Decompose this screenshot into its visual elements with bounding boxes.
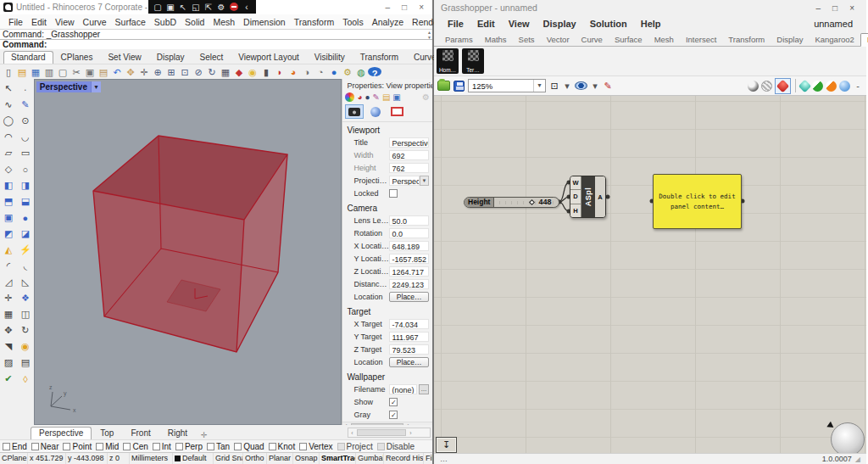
render-globe-icon[interactable]: ● [327, 65, 341, 79]
resize-grip-icon[interactable]: ◢ [855, 456, 860, 463]
toolbar-tab-set-view[interactable]: Set View [100, 51, 148, 64]
control-curve-icon[interactable]: ✎ [17, 97, 34, 113]
box-icon[interactable]: ▣ [0, 210, 17, 226]
point-icon[interactable]: ∙ [17, 81, 34, 97]
ball-blue-icon[interactable] [839, 81, 850, 92]
fillet-icon[interactable]: ◜ [0, 258, 17, 274]
gear-burst-icon[interactable]: ⚙ [217, 3, 225, 12]
menu-solid[interactable]: Solid [181, 17, 209, 27]
menu-file[interactable]: File [4, 17, 27, 27]
hide-icon[interactable]: ▨ [0, 355, 17, 371]
gh-menu-display[interactable]: Display [537, 19, 583, 29]
text-panel[interactable]: Double click to edit panel content… [653, 174, 742, 229]
prop-value-field[interactable]: 79.523 [389, 344, 429, 355]
cursor-capture-icon[interactable]: ⇱ [204, 3, 213, 12]
toolbar-tab-display[interactable]: Display [149, 51, 192, 64]
polygon-icon[interactable]: ◇ [0, 161, 17, 177]
preview-off-icon[interactable] [748, 81, 759, 92]
osnap-project[interactable]: Project [337, 442, 373, 451]
eye-caret-icon[interactable]: ▾ [590, 81, 600, 92]
prop-checkbox[interactable]: ✓ [389, 411, 398, 419]
print-icon[interactable]: ▥ [42, 65, 56, 79]
gh-component-button-ter[interactable]: Ter… [462, 48, 484, 74]
rotate-view-icon[interactable]: ↻ [205, 65, 219, 79]
maximize-button[interactable]: □ [402, 3, 407, 12]
preview-wireframe-icon[interactable] [761, 81, 772, 92]
open-file-icon[interactable]: ▤ [15, 65, 29, 79]
ellipse-icon[interactable]: ○ [17, 161, 34, 177]
osnap-tan[interactable]: Tan [207, 442, 230, 451]
zoom-level-combobox[interactable]: 125% ▼ [468, 79, 546, 92]
gh-tab-mesh[interactable]: Mesh [648, 34, 680, 46]
toolbar-tab-cplanes[interactable]: CPlanes [53, 51, 101, 64]
save-file-icon[interactable]: ▦ [29, 65, 42, 79]
gumball-icon[interactable]: ◉ [17, 338, 34, 355]
screen-capture-icon[interactable]: ▢ [153, 3, 162, 12]
osnap-knot[interactable]: Knot [269, 442, 296, 451]
maximize-button[interactable]: □ [832, 3, 837, 13]
gh-component-button-hom[interactable]: Hom… [437, 48, 459, 74]
split-icon[interactable]: ◺ [17, 274, 34, 290]
collapse-chevron-icon[interactable]: ‹ [242, 3, 251, 12]
pan-icon[interactable]: ✥ [124, 65, 137, 79]
gem-teal-icon[interactable] [798, 79, 812, 92]
slider-name[interactable]: Height [465, 198, 494, 207]
named-view-icon[interactable]: ◆ [232, 65, 246, 79]
osnap-checkbox[interactable] [153, 443, 160, 450]
viewport-tab-top[interactable]: Top [92, 427, 122, 439]
component-name-bar[interactable]: ASpl [581, 176, 595, 217]
command-input[interactable]: Command: [0, 39, 432, 49]
combo-caret-icon[interactable]: ▼ [533, 80, 545, 92]
prop-value-field[interactable]: 762 [389, 163, 429, 173]
viewport-tab-right[interactable]: Right [159, 427, 196, 439]
osnap-end[interactable]: End [3, 442, 27, 451]
canvas-compass-widget[interactable] [831, 422, 865, 453]
status-smarttrack[interactable]: SmartTrack [320, 453, 356, 464]
explode-icon[interactable]: ❖ [17, 290, 34, 306]
osnap-disable[interactable]: Disable [377, 442, 415, 451]
viewport-tabs-scrollbar[interactable]: ‹› [348, 428, 431, 438]
zoom-caret-icon[interactable]: ▾ [562, 81, 572, 92]
prop-value-field[interactable]: Perspective [389, 137, 429, 148]
panel-gear-icon[interactable]: ⚙ [422, 92, 430, 102]
surface-corner-icon[interactable]: ◧ [0, 177, 17, 193]
minimize-button[interactable]: – [386, 3, 391, 12]
menu-dimension[interactable]: Dimension [239, 17, 290, 27]
prop-value-field[interactable]: 1264.717 [389, 266, 429, 277]
extrude-icon[interactable]: ◩ [0, 226, 17, 242]
help-icon[interactable]: ? [368, 67, 381, 76]
gh-tab-vector[interactable]: Vector [541, 34, 576, 46]
scale-tool-icon[interactable]: ◥ [0, 338, 17, 355]
join-icon[interactable]: ✛ [0, 290, 17, 306]
status-z-0[interactable]: z 0 [108, 453, 130, 464]
gh-menu-solution[interactable]: Solution [583, 19, 634, 29]
new-file-icon[interactable]: ▯ [2, 65, 15, 79]
toolbar-tab-visibility[interactable]: Visibility [307, 51, 353, 64]
gem-green-icon[interactable] [812, 81, 823, 92]
object-properties-icon[interactable] [345, 92, 354, 102]
rectangle-icon[interactable]: ▭ [17, 145, 34, 161]
canvas-tray-button[interactable]: ↧ [436, 437, 457, 453]
status-ortho[interactable]: Ortho [243, 453, 267, 464]
zoom-dynamic-icon[interactable]: ⊕ [151, 65, 164, 79]
toolbar-tab-select[interactable]: Select [192, 51, 231, 64]
wireframe-mode-icon[interactable]: ◑ [300, 65, 314, 79]
gh-tab-maths[interactable]: Maths [479, 34, 513, 46]
paste-icon[interactable]: ▤ [97, 65, 110, 79]
save-definition-icon[interactable] [453, 81, 465, 92]
undo-icon[interactable]: ↶ [110, 65, 124, 79]
prop-value-field[interactable]: 0.0 [389, 228, 429, 238]
mirror-icon[interactable]: ◫ [17, 306, 34, 322]
prop-value-field[interactable]: 50.0 [389, 215, 429, 226]
aspl-component[interactable]: WDH ASpl A [570, 176, 606, 218]
prop-value-field[interactable]: 111.967 [389, 332, 429, 342]
display-sphere-icon[interactable]: ● [364, 92, 370, 102]
rotate-tool-icon[interactable]: ↻ [17, 322, 34, 338]
pipe-icon[interactable]: ◪ [17, 226, 34, 242]
earth-icon[interactable]: ◍ [354, 65, 368, 79]
menu-view[interactable]: View [51, 17, 79, 27]
properties-icon[interactable]: ▢ [56, 65, 70, 79]
viewport-tab-perspective[interactable]: Perspective [31, 427, 92, 439]
circle-icon[interactable]: ◯ [0, 113, 17, 129]
slider-grip[interactable] [529, 199, 535, 205]
